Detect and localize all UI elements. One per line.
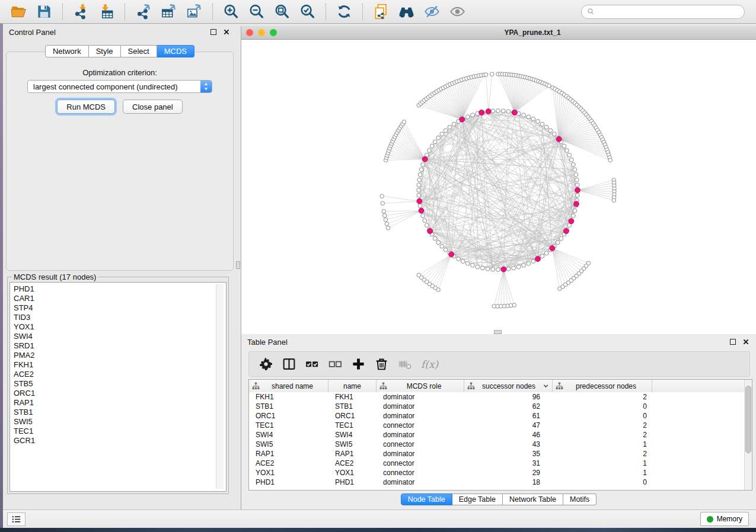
cell-shared-name[interactable]: RAP1 — [249, 449, 328, 459]
network-node[interactable] — [457, 257, 461, 261]
delete-column-icon[interactable] — [397, 357, 412, 371]
column-header-shared-name[interactable]: shared name — [249, 380, 328, 392]
table-row[interactable]: STB1STB1dominator620 — [249, 402, 744, 411]
network-node[interactable] — [573, 209, 577, 213]
network-node[interactable] — [492, 305, 496, 309]
apply-function-icon[interactable]: f(x) — [420, 357, 442, 371]
tab-edge-table[interactable]: Edge Table — [452, 493, 503, 505]
network-node[interactable] — [471, 263, 475, 267]
network-canvas[interactable] — [241, 39, 756, 334]
network-node[interactable] — [512, 266, 516, 270]
table-scrollbar[interactable] — [744, 380, 752, 490]
network-node[interactable] — [380, 194, 384, 198]
minimize-window-icon[interactable] — [258, 29, 265, 36]
cell-successor-nodes[interactable]: 62 — [464, 402, 553, 411]
tab-style[interactable]: Style — [89, 45, 121, 57]
show-hidden-icon[interactable] — [449, 4, 465, 20]
deselect-all-icon[interactable] — [328, 357, 343, 371]
network-node[interactable] — [544, 125, 548, 129]
float-panel-icon[interactable] — [728, 338, 737, 347]
tab-network-table[interactable]: Network Table — [503, 493, 563, 505]
network-node[interactable] — [484, 73, 488, 77]
table-row[interactable]: SWI4SWI4dominator462 — [249, 430, 744, 440]
settings-gear-icon[interactable] — [259, 357, 273, 371]
mcds-result-item[interactable]: YOX1 — [14, 322, 226, 332]
cell-predecessor-nodes[interactable]: 2 — [553, 430, 652, 440]
network-node[interactable] — [471, 113, 475, 117]
network-node[interactable] — [417, 193, 421, 197]
network-node[interactable] — [436, 241, 441, 245]
network-node[interactable] — [516, 265, 521, 269]
mcds-node[interactable] — [574, 201, 579, 207]
network-node[interactable] — [428, 149, 432, 153]
zoom-in-icon[interactable] — [223, 4, 239, 20]
network-node[interactable] — [444, 248, 448, 252]
network-node[interactable] — [567, 153, 572, 157]
network-node[interactable] — [552, 132, 556, 136]
network-node[interactable] — [433, 236, 437, 241]
cell-name[interactable]: RAP1 — [328, 449, 377, 459]
network-node[interactable] — [386, 226, 390, 230]
network-node[interactable] — [496, 268, 500, 272]
horizontal-split-grip[interactable] — [494, 330, 502, 334]
refresh-view-icon[interactable] — [336, 4, 352, 20]
network-node[interactable] — [480, 266, 484, 270]
cell-predecessor-nodes[interactable]: 1 — [553, 468, 652, 477]
table-row[interactable]: SWI5SWI5connector431 — [249, 440, 744, 449]
table-row[interactable]: ACE2ACE2connector311 — [249, 459, 744, 468]
network-node[interactable] — [417, 273, 421, 277]
network-node[interactable] — [419, 168, 423, 172]
mcds-result-item[interactable]: SRD1 — [14, 341, 226, 351]
network-node[interactable] — [544, 251, 548, 255]
mcds-node[interactable] — [419, 208, 424, 213]
cell-name[interactable]: TEC1 — [328, 421, 377, 430]
cell-name[interactable]: PHD1 — [328, 477, 377, 487]
column-header-predecessor-nodes[interactable]: predecessor nodes — [553, 380, 652, 392]
cell-MCDS-role[interactable]: dominator — [377, 402, 464, 411]
network-node[interactable] — [490, 72, 494, 76]
network-node[interactable] — [575, 183, 579, 187]
mcds-node[interactable] — [512, 110, 517, 116]
cell-successor-nodes[interactable]: 46 — [464, 430, 553, 440]
mcds-result-item[interactable]: TEC1 — [14, 427, 226, 436]
cell-MCDS-role[interactable]: connector — [377, 468, 464, 477]
table-row[interactable]: PHD1PHD1dominator180 — [249, 477, 744, 487]
cell-successor-nodes[interactable]: 29 — [464, 468, 553, 477]
tab-network[interactable]: Network — [45, 45, 89, 57]
maximize-window-icon[interactable] — [270, 29, 277, 36]
network-node[interactable] — [423, 219, 427, 223]
network-node[interactable] — [402, 120, 406, 124]
mcds-node[interactable] — [449, 252, 454, 257]
mcds-list-scrollbar[interactable] — [216, 284, 224, 489]
mcds-node[interactable] — [479, 110, 484, 116]
mcds-node[interactable] — [556, 136, 562, 142]
network-node[interactable] — [418, 204, 422, 208]
network-node[interactable] — [440, 244, 444, 248]
network-share-file-icon[interactable] — [373, 4, 389, 20]
network-node[interactable] — [527, 115, 531, 119]
cell-MCDS-role[interactable]: dominator — [377, 392, 464, 402]
cell-successor-nodes[interactable]: 47 — [464, 421, 553, 430]
tab-node-table[interactable]: Node Table — [401, 493, 452, 505]
network-node[interactable] — [501, 109, 505, 113]
mcds-node[interactable] — [501, 267, 506, 272]
mcds-result-item[interactable]: PMA2 — [14, 351, 226, 360]
mcds-result-item[interactable]: FKH1 — [14, 360, 226, 370]
column-header-name[interactable]: name — [328, 380, 377, 392]
cell-name[interactable]: FKH1 — [328, 392, 377, 402]
cell-predecessor-nodes[interactable]: 1 — [553, 459, 652, 468]
cell-successor-nodes[interactable]: 96 — [464, 392, 553, 402]
mcds-node[interactable] — [486, 109, 491, 114]
memory-button[interactable]: Memory — [700, 512, 749, 526]
tab-select[interactable]: Select — [121, 45, 157, 57]
network-node[interactable] — [506, 267, 511, 271]
cell-MCDS-role[interactable]: dominator — [377, 449, 464, 459]
network-node[interactable] — [417, 183, 421, 187]
mcds-node[interactable] — [417, 198, 422, 204]
mcds-node[interactable] — [569, 219, 574, 224]
network-node[interactable] — [425, 223, 429, 227]
zoom-out-icon[interactable] — [248, 4, 264, 20]
import-network-icon[interactable] — [73, 4, 89, 20]
network-node[interactable] — [608, 158, 613, 162]
network-node[interactable] — [536, 120, 540, 124]
